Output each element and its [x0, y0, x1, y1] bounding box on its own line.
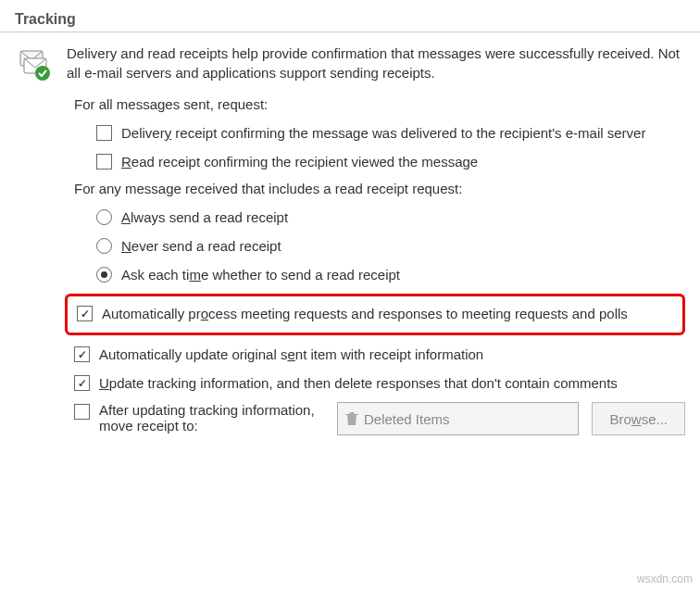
- radio-always-label: Always send a read receipt: [121, 207, 685, 227]
- delivery-receipt-option[interactable]: Delivery receipt confirming the message …: [96, 123, 685, 143]
- radio-always[interactable]: [96, 209, 112, 225]
- read-receipt-option[interactable]: Read receipt confirming the recipient vi…: [96, 152, 685, 171]
- auto-process-checkbox[interactable]: [77, 306, 93, 321]
- radio-ask-option[interactable]: Ask each time whether to send a read rec…: [96, 265, 685, 284]
- delivery-receipt-label: Delivery receipt confirming the message …: [121, 123, 685, 143]
- auto-update-checkbox[interactable]: [74, 346, 90, 362]
- section-title-text: Tracking: [15, 11, 76, 27]
- browse-button[interactable]: Browse...: [592, 402, 685, 435]
- move-receipt-label: After updating tracking information, mov…: [99, 402, 324, 434]
- highlighted-option-box: Automatically process meeting requests a…: [65, 294, 685, 335]
- read-receipt-checkbox[interactable]: [96, 154, 112, 170]
- radio-never-option[interactable]: Never send a read receipt: [96, 236, 685, 256]
- auto-process-label: Automatically process meeting requests a…: [102, 304, 673, 323]
- radio-never[interactable]: [96, 238, 112, 254]
- auto-update-label: Automatically update original sent item …: [99, 345, 685, 364]
- radio-ask-label: Ask each time whether to send a read rec…: [121, 265, 685, 284]
- update-tracking-option[interactable]: Update tracking information, and then de…: [74, 373, 685, 393]
- radio-never-label: Never send a read receipt: [121, 236, 685, 256]
- move-receipt-checkbox[interactable]: [74, 404, 90, 420]
- move-receipt-option[interactable]: After updating tracking information, mov…: [74, 402, 324, 434]
- move-receipt-folder-value: Deleted Items: [364, 411, 450, 427]
- read-receipt-label: Read receipt confirming the recipient vi…: [121, 152, 685, 171]
- receipt-icon: [15, 44, 56, 85]
- radio-ask[interactable]: [96, 267, 112, 283]
- request-label: For all messages sent, request:: [74, 94, 685, 114]
- radio-always-option[interactable]: Always send a read receipt: [96, 207, 685, 227]
- tracking-content: Delivery and read receipts help provide …: [0, 32, 700, 435]
- section-header: Tracking: [0, 0, 700, 32]
- svg-point-2: [35, 66, 50, 81]
- trash-icon: [345, 411, 358, 426]
- browse-button-label: Browse...: [609, 411, 668, 427]
- intro-text: Delivery and read receipts help provide …: [67, 44, 685, 85]
- move-receipt-row: After updating tracking information, mov…: [74, 402, 685, 435]
- auto-process-option[interactable]: Automatically process meeting requests a…: [77, 304, 673, 323]
- move-receipt-folder-field: Deleted Items: [337, 402, 579, 435]
- any-message-label: For any message received that includes a…: [74, 179, 685, 198]
- delivery-receipt-checkbox[interactable]: [96, 125, 112, 141]
- auto-update-option[interactable]: Automatically update original sent item …: [74, 345, 685, 364]
- update-tracking-checkbox[interactable]: [74, 375, 90, 391]
- intro-row: Delivery and read receipts help provide …: [15, 44, 685, 85]
- update-tracking-label: Update tracking information, and then de…: [99, 373, 685, 393]
